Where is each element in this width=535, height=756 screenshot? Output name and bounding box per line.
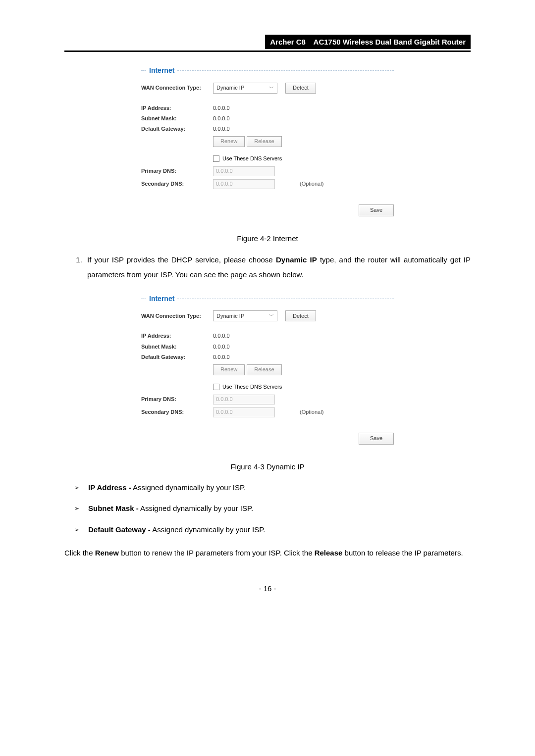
save-row: Save: [141, 204, 394, 216]
def-subnet: Subnet Mask - Assigned dynamically by yo…: [74, 502, 471, 516]
panel-title: Internet: [146, 294, 177, 304]
header-model: Archer C8: [270, 38, 306, 46]
chevron-down-icon: ﹀: [269, 312, 274, 319]
gateway-row: Default Gateway: 0.0.0.0: [141, 125, 394, 133]
definition-list: IP Address - Assigned dynamically by you…: [74, 481, 471, 537]
secondary-dns-row: Secondary DNS: 0.0.0.0 (Optional): [141, 179, 394, 189]
ip-value: 0.0.0.0: [213, 104, 230, 112]
use-dns-checkbox[interactable]: [213, 384, 219, 390]
secondary-dns-label: Secondary DNS:: [141, 408, 213, 416]
secondary-dns-input[interactable]: 0.0.0.0: [213, 407, 275, 417]
list-item-1: If your ISP provides the DHCP service, p…: [84, 252, 471, 282]
ip-label: IP Address:: [141, 332, 213, 340]
panel-legend: Internet: [141, 294, 394, 304]
panel-legend: Internet: [141, 66, 394, 76]
subnet-row: Subnet Mask: 0.0.0.0: [141, 343, 394, 351]
renew-button[interactable]: Renew: [213, 364, 245, 375]
legend-dash-left: [141, 299, 146, 299]
use-dns-label: Use These DNS Servers: [222, 155, 282, 162]
primary-dns-label: Primary DNS:: [141, 396, 213, 403]
renew-release-row: Renew Release: [141, 364, 394, 375]
use-dns-row: Use These DNS Servers: [213, 155, 394, 162]
wan-label: WAN Connection Type:: [141, 312, 213, 320]
chevron-down-icon: ﹀: [269, 85, 274, 92]
primary-dns-row: Primary DNS: 0.0.0.0: [141, 166, 394, 176]
secondary-dns-label: Secondary DNS:: [141, 180, 213, 188]
primary-dns-row: Primary DNS: 0.0.0.0: [141, 395, 394, 404]
primary-dns-input[interactable]: 0.0.0.0: [213, 395, 275, 404]
renew-button[interactable]: Renew: [213, 136, 245, 147]
wan-select-value: Dynamic IP: [216, 84, 244, 92]
wan-row: WAN Connection Type: Dynamic IP ﹀ Detect: [141, 83, 394, 94]
page-header: Archer C8 AC1750 Wireless Dual Band Giga…: [64, 35, 471, 52]
use-dns-label: Use These DNS Servers: [222, 383, 282, 391]
ip-label: IP Address:: [141, 104, 213, 112]
use-dns-checkbox[interactable]: [213, 155, 219, 162]
gateway-value: 0.0.0.0: [213, 125, 230, 133]
wan-label: WAN Connection Type:: [141, 84, 213, 92]
save-button[interactable]: Save: [359, 433, 394, 445]
subnet-value: 0.0.0.0: [213, 343, 230, 351]
ordered-list: If your ISP provides the DHCP service, p…: [69, 252, 471, 282]
wan-select-value: Dynamic IP: [216, 312, 244, 320]
ip-value: 0.0.0.0: [213, 332, 230, 340]
gateway-row: Default Gateway: 0.0.0.0: [141, 353, 394, 361]
legend-dash-right: [177, 70, 394, 71]
subnet-row: Subnet Mask: 0.0.0.0: [141, 115, 394, 122]
page-number: - 16 -: [64, 583, 471, 594]
header-box: Archer C8 AC1750 Wireless Dual Band Giga…: [265, 35, 471, 49]
internet-panel-1: Internet WAN Connection Type: Dynamic IP…: [126, 61, 409, 227]
def-ip: IP Address - Assigned dynamically by you…: [74, 481, 471, 495]
subnet-label: Subnet Mask:: [141, 343, 213, 351]
wan-select[interactable]: Dynamic IP ﹀: [213, 310, 277, 321]
optional-text: (Optional): [300, 180, 323, 188]
ip-row: IP Address: 0.0.0.0: [141, 104, 394, 112]
subnet-label: Subnet Mask:: [141, 115, 213, 122]
save-button[interactable]: Save: [359, 204, 394, 216]
header-product: AC1750 Wireless Dual Band Gigabit Router: [314, 38, 466, 46]
legend-dash-right: [177, 299, 394, 299]
use-dns-row: Use These DNS Servers: [213, 383, 394, 391]
renew-release-row: Renew Release: [141, 136, 394, 147]
primary-dns-input[interactable]: 0.0.0.0: [213, 166, 275, 176]
wan-select[interactable]: Dynamic IP ﹀: [213, 83, 277, 94]
optional-text: (Optional): [300, 408, 323, 416]
internet-panel-2: Internet WAN Connection Type: Dynamic IP…: [126, 289, 409, 455]
detect-button[interactable]: Detect: [285, 83, 316, 94]
legend-dash-left: [141, 70, 146, 71]
gateway-label: Default Gateway:: [141, 125, 213, 133]
subnet-value: 0.0.0.0: [213, 115, 230, 122]
save-row: Save: [141, 432, 394, 445]
paragraph-renew-release: Click the Renew button to renew the IP p…: [64, 546, 471, 560]
secondary-dns-input[interactable]: 0.0.0.0: [213, 179, 275, 189]
release-button[interactable]: Release: [247, 136, 281, 147]
detect-button[interactable]: Detect: [285, 310, 316, 321]
release-button[interactable]: Release: [247, 364, 281, 375]
primary-dns-label: Primary DNS:: [141, 167, 213, 175]
ip-row: IP Address: 0.0.0.0: [141, 332, 394, 340]
wan-row: WAN Connection Type: Dynamic IP ﹀ Detect: [141, 310, 394, 321]
def-gateway: Default Gateway - Assigned dynamically b…: [74, 523, 471, 537]
figure-caption-4-2: Figure 4-2 Internet: [64, 233, 471, 244]
figure-caption-4-3: Figure 4-3 Dynamic IP: [64, 461, 471, 472]
panel-title: Internet: [146, 66, 177, 76]
secondary-dns-row: Secondary DNS: 0.0.0.0 (Optional): [141, 407, 394, 417]
gateway-value: 0.0.0.0: [213, 353, 230, 361]
gateway-label: Default Gateway:: [141, 353, 213, 361]
